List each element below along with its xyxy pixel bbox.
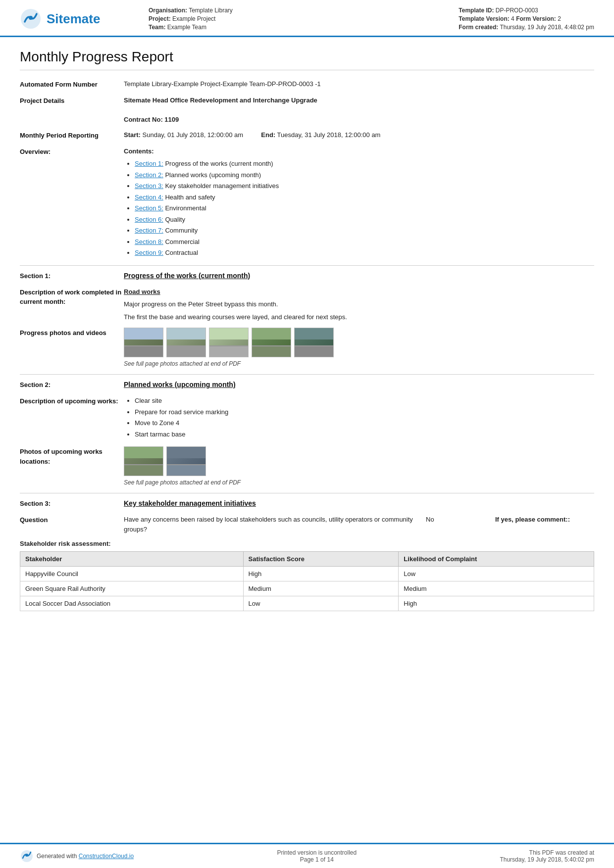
- row2-stakeholder: Green Square Rail Authority: [20, 581, 244, 596]
- section2-heading: Planned works (upcoming month): [124, 380, 594, 390]
- toc-link-9[interactable]: Section 9:: [135, 249, 163, 256]
- template-version-line: Template Version: 4 Form Version: 2: [459, 15, 594, 22]
- toc-link-7[interactable]: Section 7:: [135, 227, 163, 234]
- footer-logo: Generated with ConstructionCloud.io: [20, 849, 134, 863]
- footer-pdf-created: This PDF was created at: [500, 849, 594, 856]
- upcoming-photos-thumbs: [124, 446, 594, 476]
- col-stakeholder: Stakeholder: [20, 552, 244, 567]
- toc-link-4[interactable]: Section 4:: [135, 193, 163, 201]
- risk-table-body: Happyville Council High Low Green Square…: [20, 567, 594, 611]
- upcoming-photos-label: Photos of upcoming works locations:: [20, 446, 124, 466]
- upcoming-works-row: Description of upcoming works: Clear sit…: [20, 396, 594, 440]
- road-works-desc1: Major progress on the Peter Street bypas…: [124, 299, 594, 309]
- header: Sitemate Organisation: Template Library …: [0, 0, 614, 37]
- section1-heading: Progress of the works (current month): [124, 271, 594, 281]
- table-row-2: Green Square Rail Authority Medium Mediu…: [20, 581, 594, 596]
- sitemate-logo-icon: [20, 8, 42, 30]
- footer: Generated with ConstructionCloud.io Prin…: [0, 843, 614, 868]
- row3-stakeholder: Local Soccer Dad Association: [20, 596, 244, 611]
- svg-point-1: [29, 16, 33, 20]
- photo-thumb-2: [166, 328, 206, 357]
- risk-table: Stakeholder Satisfaction Score Likelihoo…: [20, 551, 594, 611]
- section1-label: Section 1:: [20, 271, 124, 281]
- toc-link-5[interactable]: Section 5:: [135, 204, 163, 212]
- section2-row: Section 2: Planned works (upcoming month…: [20, 380, 594, 390]
- footer-center: Printed version is uncontrolled Page 1 o…: [277, 849, 357, 863]
- footer-link[interactable]: ConstructionCloud.io: [79, 853, 134, 860]
- question-label: Question: [20, 515, 124, 525]
- header-meta: Organisation: Template Library Project: …: [149, 7, 594, 31]
- row3-satisfaction: Low: [243, 596, 399, 611]
- team-line: Team: Example Team: [149, 24, 233, 31]
- upcoming-works-label: Description of upcoming works:: [20, 396, 124, 406]
- upcoming-works-value: Clear site Prepare for road service mark…: [124, 396, 594, 440]
- section2-label: Section 2:: [20, 380, 124, 390]
- toc-item-5: Section 5: Environmental: [135, 203, 594, 213]
- toc-link-6[interactable]: Section 6:: [135, 216, 163, 223]
- upcoming-item-1: Clear site: [135, 396, 594, 406]
- work-completed-label: Description of work completed in current…: [20, 287, 124, 307]
- row1-likelihood: Low: [399, 567, 594, 581]
- project-details-row: Project Details Sitemate Head Office Red…: [20, 96, 594, 125]
- toc-item-9: Section 9: Contractual: [135, 248, 594, 258]
- logo-text: Sitemate: [47, 11, 100, 27]
- monthly-period-value: Start: Sunday, 01 July 2018, 12:00:00 am…: [124, 130, 594, 140]
- toc-item-8: Section 8: Commercial: [135, 237, 594, 247]
- footer-generated-text: Generated with ConstructionCloud.io: [37, 853, 134, 860]
- col-likelihood: Likelihood of Complaint: [399, 552, 594, 567]
- row3-likelihood: High: [399, 596, 594, 611]
- logo-area: Sitemate: [20, 8, 149, 30]
- row1-stakeholder: Happyville Council: [20, 567, 244, 581]
- period-start: Start: Sunday, 01 July 2018, 12:00:00 am: [124, 131, 245, 139]
- toc-link-8[interactable]: Section 8:: [135, 238, 163, 245]
- photo-thumb-5: [294, 328, 334, 357]
- question-ifyes: If yes, please comment::: [495, 515, 594, 525]
- form-created-line: Form created: Thursday, 19 July 2018, 4:…: [459, 24, 594, 31]
- page: Sitemate Organisation: Template Library …: [0, 0, 614, 868]
- toc-link-1[interactable]: Section 1:: [135, 160, 163, 167]
- main-content: Monthly Progress Report Automated Form N…: [0, 37, 614, 843]
- project-details-value: Sitemate Head Office Redevelopment and I…: [124, 96, 594, 125]
- toc-item-2: Section 2: Planned works (upcoming month…: [135, 170, 594, 180]
- row1-satisfaction: High: [243, 567, 399, 581]
- overview-label: Overview:: [20, 146, 124, 157]
- photos-row: [124, 328, 594, 357]
- photo-thumb-1: [124, 328, 163, 357]
- question-row: Question Have any concerns been raised b…: [20, 515, 594, 534]
- work-completed-row: Description of work completed in current…: [20, 287, 594, 322]
- table-row-3: Local Soccer Dad Association Low High: [20, 596, 594, 611]
- toc-item-3: Section 3: Key stakeholder management in…: [135, 181, 594, 191]
- overview-value: Contents: Section 1: Progress of the wor…: [124, 146, 594, 259]
- stakeholder-heading: Stakeholder risk assessment:: [20, 540, 594, 547]
- upcoming-item-4: Start tarmac base: [135, 430, 594, 439]
- toc-link-3[interactable]: Section 3:: [135, 182, 163, 190]
- report-title: Monthly Progress Report: [20, 49, 594, 70]
- upcoming-photos-value: See full page photos attached at end of …: [124, 446, 594, 487]
- photo-thumb-4: [252, 328, 291, 357]
- footer-logo-icon: [20, 849, 34, 863]
- toc-item-7: Section 7: Community: [135, 226, 594, 236]
- section3-heading: Key stakeholder management initiatives: [124, 498, 594, 509]
- footer-pdf-date: Thursday, 19 July 2018, 5:40:02 pm: [500, 856, 594, 863]
- automated-form-label: Automated Form Number: [20, 79, 124, 90]
- section3-label: Section 3:: [20, 498, 124, 509]
- footer-right: This PDF was created at Thursday, 19 Jul…: [500, 849, 594, 863]
- toc-item-1: Section 1: Progress of the works (curren…: [135, 159, 594, 169]
- toc-link-2[interactable]: Section 2:: [135, 171, 163, 179]
- work-completed-value: Road works Major progress on the Peter S…: [124, 287, 594, 322]
- project-details-label: Project Details: [20, 96, 124, 106]
- question-value: Have any concerns been raised by local s…: [124, 515, 594, 534]
- upcoming-photos-row: Photos of upcoming works locations: See …: [20, 446, 594, 487]
- template-id-line: Template ID: DP-PROD-0003: [459, 7, 594, 14]
- upcoming-item-2: Prepare for road service marking: [135, 407, 594, 417]
- road-works-desc2: The first the base and wearing courses w…: [124, 312, 594, 322]
- row2-satisfaction: Medium: [243, 581, 399, 596]
- progress-photos-row: Progress photos and videos: [20, 328, 594, 368]
- toc-item-4: Section 4: Health and safety: [135, 193, 594, 202]
- road-works-heading: Road works: [124, 287, 594, 297]
- question-no: No: [426, 515, 485, 525]
- upcoming-item-3: Move to Zone 4: [135, 418, 594, 428]
- overview-row: Overview: Contents: Section 1: Progress …: [20, 146, 594, 259]
- col-satisfaction: Satisfaction Score: [243, 552, 399, 567]
- upcoming-photo-1: [124, 446, 163, 476]
